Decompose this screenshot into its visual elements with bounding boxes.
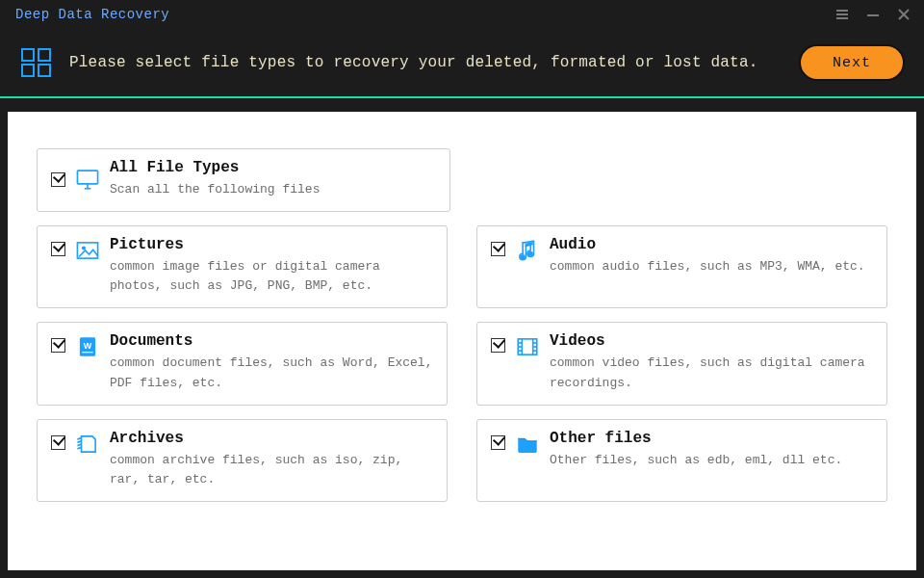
card-desc: common document files, such as Word, Exc… bbox=[110, 354, 433, 392]
menu-icon[interactable] bbox=[835, 8, 849, 21]
archive-icon bbox=[75, 432, 100, 457]
document-icon: W bbox=[75, 334, 100, 359]
card-title: Videos bbox=[550, 332, 873, 350]
content-panel: All File Types Scan all the following fi… bbox=[8, 112, 916, 570]
all-types-row: All File Types Scan all the following fi… bbox=[37, 148, 887, 212]
checkbox-audio[interactable] bbox=[491, 242, 505, 256]
checkbox-other[interactable] bbox=[491, 435, 505, 450]
svg-point-16 bbox=[528, 251, 533, 256]
svg-rect-9 bbox=[38, 65, 50, 76]
checkbox-all-types[interactable] bbox=[51, 172, 65, 187]
card-title: Archives bbox=[110, 430, 433, 447]
card-pictures[interactable]: Pictures common image files or digital c… bbox=[37, 225, 448, 308]
category-grid: Pictures common image files or digital c… bbox=[37, 225, 887, 502]
svg-rect-6 bbox=[22, 49, 34, 61]
checkbox-pictures[interactable] bbox=[51, 242, 65, 256]
card-videos[interactable]: Videos common video files, such as digit… bbox=[476, 322, 887, 405]
next-button-label: Next bbox=[833, 55, 871, 71]
card-audio[interactable]: Audio common audio files, such as MP3, W… bbox=[476, 225, 887, 308]
svg-text:W: W bbox=[84, 341, 92, 351]
card-desc: Other files, such as edb, eml, dll etc. bbox=[550, 451, 873, 470]
close-icon[interactable] bbox=[897, 8, 911, 21]
card-desc: common audio files, such as MP3, WMA, et… bbox=[550, 257, 873, 276]
card-desc: common image files or digital camera pho… bbox=[110, 257, 433, 296]
svg-rect-10 bbox=[77, 171, 97, 184]
card-title: Documents bbox=[110, 332, 433, 350]
card-desc: Scan all the following files bbox=[110, 180, 436, 199]
checkbox-documents[interactable] bbox=[51, 338, 65, 353]
svg-rect-7 bbox=[38, 49, 50, 61]
picture-icon bbox=[75, 238, 100, 263]
card-other[interactable]: Other files Other files, such as edb, em… bbox=[476, 419, 887, 502]
card-title: Other files bbox=[550, 430, 873, 447]
card-desc: common video files, such as digital came… bbox=[550, 354, 873, 392]
audio-icon bbox=[515, 238, 540, 263]
card-title: Audio bbox=[550, 236, 873, 253]
app-window: Deep Data Recovery Please s bbox=[0, 0, 924, 578]
card-desc: common archive files, such as iso, zip, … bbox=[110, 451, 433, 489]
card-documents[interactable]: W Documents common document files, such … bbox=[37, 322, 448, 405]
header: Please select file types to recovery you… bbox=[0, 29, 924, 96]
checkbox-videos[interactable] bbox=[491, 338, 505, 353]
card-archives[interactable]: Archives common archive files, such as i… bbox=[37, 419, 448, 502]
titlebar: Deep Data Recovery bbox=[0, 0, 924, 29]
folder-icon bbox=[515, 432, 540, 457]
card-title: Pictures bbox=[110, 236, 433, 253]
card-all-types[interactable]: All File Types Scan all the following fi… bbox=[37, 148, 450, 212]
window-controls bbox=[835, 8, 911, 21]
app-logo-icon bbox=[19, 45, 54, 80]
svg-point-15 bbox=[521, 254, 526, 259]
checkbox-archives[interactable] bbox=[51, 435, 65, 450]
header-prompt: Please select file types to recovery you… bbox=[69, 54, 758, 71]
svg-rect-8 bbox=[22, 65, 34, 76]
card-title: All File Types bbox=[110, 159, 436, 176]
next-button[interactable]: Next bbox=[799, 44, 905, 81]
content-frame: All File Types Scan all the following fi… bbox=[0, 98, 924, 578]
svg-point-14 bbox=[82, 247, 86, 250]
monitor-icon bbox=[75, 167, 100, 192]
minimize-icon[interactable] bbox=[866, 8, 880, 21]
app-title: Deep Data Recovery bbox=[15, 7, 169, 22]
video-icon bbox=[515, 334, 540, 359]
